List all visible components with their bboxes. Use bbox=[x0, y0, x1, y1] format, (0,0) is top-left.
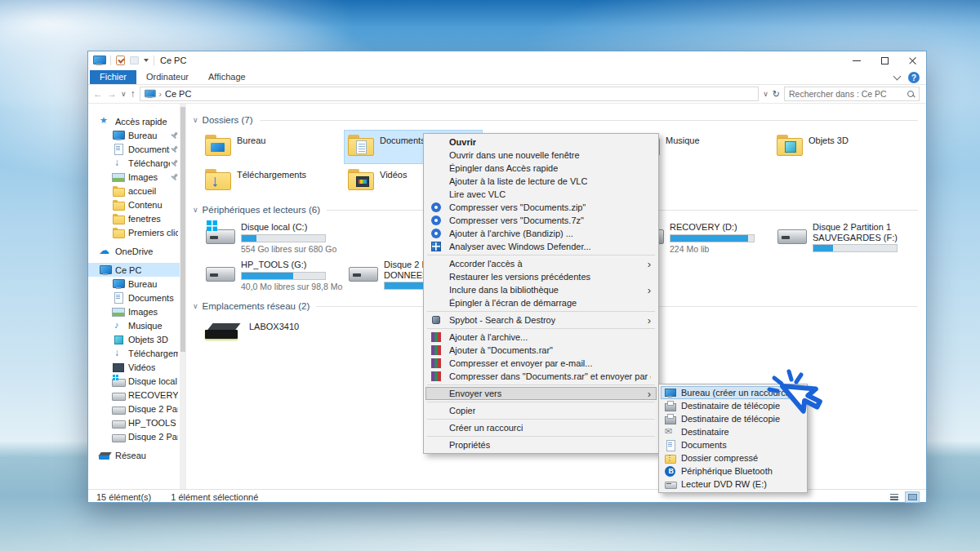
context-menu-item[interactable]: Inclure dans la bibliothèque › bbox=[425, 283, 657, 296]
context-menu-item[interactable]: Épingler dans Accès rapide bbox=[425, 162, 657, 175]
folder-tile[interactable]: Téléchargements bbox=[201, 164, 340, 198]
ribbon-collapse-icon[interactable] bbox=[893, 73, 902, 81]
ribbon-tab[interactable]: Fichier bbox=[90, 70, 136, 84]
context-menu-item[interactable]: Restaurer les versions précédentes bbox=[425, 270, 657, 283]
sidebar-item[interactable]: OneDrive bbox=[88, 244, 180, 258]
context-menu-item[interactable]: Compresser vers "Documents.zip" bbox=[425, 201, 657, 214]
context-menu-item[interactable]: Ouvrir dans une nouvelle fenêtre bbox=[425, 149, 657, 162]
ribbon-tab[interactable]: Ordinateur bbox=[136, 70, 198, 84]
scrollbar-thumb[interactable] bbox=[180, 107, 185, 352]
context-menu-item[interactable]: Copier bbox=[425, 404, 657, 417]
sidebar-item[interactable]: Contenu bbox=[88, 198, 180, 211]
submenu-item[interactable]: Périphérique Bluetooth bbox=[661, 464, 805, 478]
search-input[interactable]: Rechercher dans : Ce PC bbox=[784, 87, 920, 101]
context-menu-item[interactable]: Analyser avec Windows Defender... bbox=[425, 240, 657, 253]
refresh-icon[interactable]: ↻ bbox=[773, 90, 780, 99]
context-menu-item[interactable]: Ajouter à la liste de lecture de VLC bbox=[425, 175, 657, 188]
sidebar-item[interactable]: Premiers clics bbox=[88, 225, 180, 239]
section-header-folders[interactable]: ∨ Dossiers (7) bbox=[189, 112, 921, 128]
context-menu-item[interactable]: Accorder l'accès à › bbox=[425, 257, 657, 270]
context-menu-item[interactable]: Lire avec VLC bbox=[425, 188, 657, 201]
drive-tile[interactable]: Disque local (C:) 554 Go libres sur 680 … bbox=[201, 220, 340, 257]
address-dropdown-icon[interactable]: ∨ bbox=[763, 91, 768, 98]
close-button[interactable] bbox=[898, 51, 926, 69]
chevron-down-icon[interactable]: ∨ bbox=[193, 302, 198, 310]
up-icon[interactable]: ↑ bbox=[131, 89, 136, 99]
submenu-item[interactable]: Bureau (créer un raccourci) bbox=[661, 386, 805, 399]
context-menu-item[interactable]: Ajouter à "Documents.rar" bbox=[425, 344, 657, 357]
sidebar-item[interactable]: Documents bbox=[88, 142, 180, 156]
sidebar-item[interactable]: Accès rapide bbox=[88, 114, 180, 128]
submenu-item[interactable]: Lecteur DVD RW (E:) bbox=[661, 478, 805, 491]
submenu-item[interactable]: Documents bbox=[661, 438, 805, 451]
sidebar-item[interactable]: Bureau bbox=[88, 128, 180, 142]
context-menu-item[interactable]: Spybot - Search & Destroy › bbox=[425, 313, 657, 327]
ribbon-tab[interactable]: Affichage bbox=[198, 70, 256, 84]
context-menu-item[interactable] bbox=[427, 419, 655, 420]
context-menu-item[interactable] bbox=[427, 384, 655, 385]
sidebar-item[interactable]: Vidéos bbox=[88, 360, 180, 374]
help-icon[interactable]: ? bbox=[908, 72, 920, 83]
context-menu-item[interactable]: Ajouter à l'archive (Bandizip) ... bbox=[425, 227, 657, 240]
sidebar-item[interactable]: Téléchargements bbox=[88, 156, 180, 170]
image-icon bbox=[112, 306, 125, 318]
context-menu-item[interactable]: Ouvrir bbox=[425, 136, 657, 149]
drive-tile[interactable]: Disque 2 Partition 1 SAUVEGARDES (F:) bbox=[773, 220, 911, 257]
sidebar-item[interactable]: Réseau bbox=[88, 448, 180, 462]
context-menu-item[interactable] bbox=[427, 402, 655, 402]
new-folder-icon[interactable] bbox=[130, 56, 139, 64]
context-menu-item[interactable]: Compresser dans "Documents.rar" et envoy… bbox=[425, 370, 657, 383]
context-menu-item[interactable]: Compresser vers "Documents.7z" bbox=[425, 214, 657, 227]
minimize-button[interactable] bbox=[843, 51, 871, 69]
maximize-button[interactable] bbox=[871, 51, 898, 69]
sidebar-item[interactable]: fenetres bbox=[88, 211, 180, 225]
details-view-button[interactable] bbox=[887, 491, 902, 503]
chevron-down-icon[interactable]: ∨ bbox=[193, 206, 198, 214]
sidebar-item[interactable]: Musique bbox=[88, 318, 180, 332]
sidebar-item[interactable]: Disque 2 Partition 1 bbox=[88, 402, 180, 415]
sidebar-item[interactable]: Images bbox=[88, 170, 180, 184]
sidebar-item-label: Disque 2 Partition 1 bbox=[128, 404, 178, 414]
context-menu-item[interactable]: Propriétés bbox=[425, 438, 657, 451]
sidebar-item[interactable]: Objets 3D bbox=[88, 332, 180, 346]
qat-dropdown-icon[interactable] bbox=[144, 59, 149, 62]
submenu-item[interactable]: Destinataire bbox=[661, 425, 805, 438]
thumbnails-view-button[interactable] bbox=[905, 491, 920, 503]
network-device-tile[interactable]: LABOX3410 bbox=[201, 316, 340, 350]
chevron-down-icon[interactable]: ∨ bbox=[193, 116, 198, 124]
sidebar-item[interactable]: Disque 2 Partition 3 bbox=[88, 429, 180, 443]
sidebar-item[interactable]: Disque local (C:) bbox=[88, 374, 180, 388]
context-menu-item[interactable] bbox=[427, 255, 655, 256]
context-menu-item[interactable] bbox=[427, 311, 655, 312]
context-menu-item[interactable]: Envoyer vers › bbox=[425, 387, 657, 400]
context-menu-item[interactable]: Compresser et envoyer par e-mail... bbox=[425, 357, 657, 370]
folder-tile[interactable]: Objets 3D bbox=[773, 130, 911, 164]
submenu-item[interactable]: Destinataire de télécopie bbox=[661, 412, 805, 425]
search-icon[interactable] bbox=[907, 91, 915, 98]
context-menu-item[interactable] bbox=[427, 328, 655, 329]
sidebar-item[interactable]: RECOVERY (D:) bbox=[88, 388, 180, 402]
winrar-icon bbox=[430, 331, 442, 343]
context-menu-item[interactable]: Ajouter à l'archive... bbox=[425, 331, 657, 344]
submenu-item[interactable]: Destinataire de télécopie bbox=[661, 399, 805, 412]
sidebar-item[interactable]: Ce PC bbox=[88, 263, 180, 277]
forward-icon[interactable]: → bbox=[107, 89, 117, 99]
sidebar-scrollbar[interactable] bbox=[180, 104, 186, 489]
folder-tile[interactable]: Bureau bbox=[201, 130, 340, 164]
recent-locations-icon[interactable]: ∨ bbox=[121, 91, 127, 98]
sidebar-item[interactable]: HP_TOOLS (G:) bbox=[88, 415, 180, 429]
sidebar-item[interactable]: Images bbox=[88, 304, 180, 318]
sidebar-item[interactable]: accueil bbox=[88, 184, 180, 198]
context-menu-item[interactable]: Épingler à l'écran de démarrage bbox=[425, 296, 657, 309]
properties-icon[interactable] bbox=[116, 56, 125, 65]
context-menu-item[interactable]: Créer un raccourci bbox=[425, 421, 657, 434]
submenu-item[interactable]: Dossier compressé bbox=[661, 451, 805, 464]
back-icon[interactable]: ← bbox=[93, 89, 103, 99]
address-bar[interactable]: › Ce PC bbox=[140, 87, 760, 101]
sidebar-item[interactable]: Bureau bbox=[88, 277, 180, 291]
drive-tile[interactable]: HP_TOOLS (G:) 40,0 Mo libres sur 98,8 Mo bbox=[201, 257, 340, 295]
context-menu-item[interactable] bbox=[427, 436, 655, 437]
sidebar-item[interactable]: Documents bbox=[88, 291, 180, 304]
sidebar-item[interactable]: Téléchargements bbox=[88, 346, 180, 360]
breadcrumb[interactable]: Ce PC bbox=[165, 89, 191, 99]
